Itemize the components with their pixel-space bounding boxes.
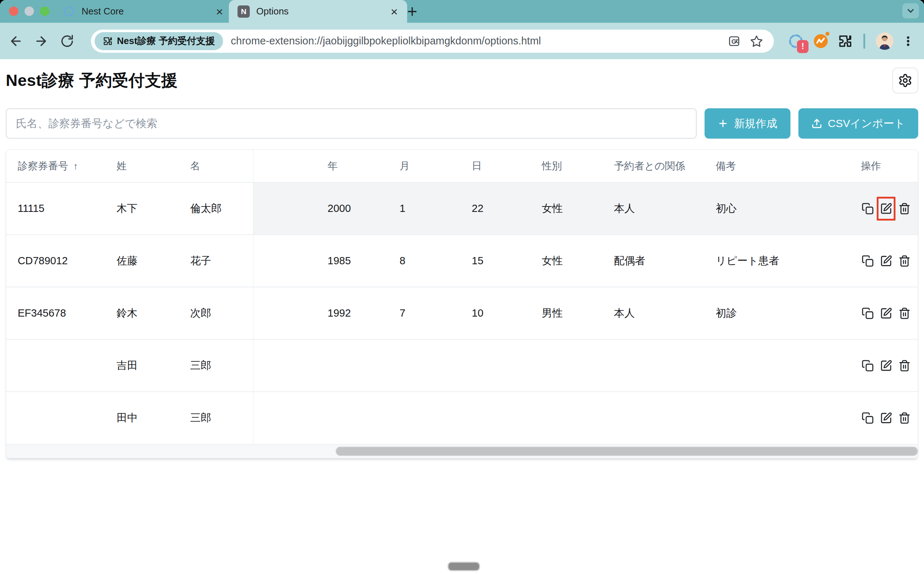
copy-row-button[interactable] — [861, 411, 875, 425]
trash-icon — [898, 307, 911, 320]
cell-note: 初心 — [704, 182, 849, 235]
extension-chip-label: Nest診療 予約受付支援 — [117, 35, 215, 47]
address-bar[interactable]: Nest診療 予約受付支援 chrome-extension://jaobijg… — [91, 30, 774, 53]
edit-row-button[interactable] — [879, 202, 893, 216]
tab-options[interactable]: N Options × — [229, 0, 407, 23]
delete-row-button[interactable] — [898, 358, 911, 373]
create-new-label: 新規作成 — [734, 116, 778, 131]
forward-button[interactable] — [33, 33, 49, 49]
browser-window: Nest Core × N Options × — [0, 0, 924, 574]
edit-pencil-icon — [880, 202, 892, 215]
window-zoom-button[interactable] — [40, 6, 49, 16]
orange-wave-extension-icon[interactable] — [813, 33, 829, 49]
cell-relation: 本人 — [603, 182, 704, 235]
delete-row-button[interactable] — [898, 202, 911, 216]
cell-patient-id: CD789012 — [6, 235, 105, 287]
nest-extension-icon[interactable]: ! — [787, 33, 804, 49]
sort-ascending-icon: ↑ — [73, 161, 78, 172]
extension-error-badge: ! — [797, 40, 809, 53]
csv-import-label: CSVインポート — [828, 116, 905, 131]
edit-row-button[interactable] — [879, 306, 893, 320]
cell-year — [253, 392, 388, 444]
tab-title: Options — [256, 6, 390, 17]
header-patient-id[interactable]: 診察券番号↑ — [6, 150, 105, 182]
copy-row-button[interactable] — [861, 202, 875, 216]
search-input[interactable] — [6, 108, 697, 139]
header-gender: 性別 — [530, 150, 603, 182]
plus-icon — [718, 118, 728, 129]
page-scroll-indicator[interactable] — [447, 562, 480, 571]
settings-button[interactable] — [892, 68, 918, 93]
tab-strip: Nest Core × N Options × — [0, 0, 924, 23]
cell-first-name: 三郎 — [179, 339, 253, 392]
cell-gender — [530, 392, 603, 444]
cell-month: 7 — [388, 287, 460, 339]
tab-close-icon[interactable]: × — [216, 5, 223, 18]
profile-avatar[interactable] — [876, 33, 893, 50]
copy-row-button[interactable] — [861, 358, 875, 373]
extensions-puzzle-icon[interactable] — [837, 33, 853, 49]
tab-search-button[interactable] — [902, 3, 919, 18]
edit-pencil-icon — [880, 412, 892, 424]
bookmark-star-icon[interactable] — [750, 35, 763, 48]
tab-close-icon[interactable]: × — [390, 5, 398, 18]
new-tab-button[interactable] — [405, 4, 419, 19]
edit-row-button[interactable] — [879, 358, 893, 373]
back-arrow-icon — [9, 34, 23, 48]
cell-patient-id: 11115 — [6, 182, 105, 235]
edit-row-button[interactable] — [879, 254, 893, 268]
tab-nest-core[interactable]: Nest Core × — [54, 0, 233, 23]
create-new-button[interactable]: 新規作成 — [705, 108, 790, 139]
window-close-button[interactable] — [9, 6, 19, 16]
cell-last-name: 田中 — [105, 392, 179, 444]
cell-note — [704, 339, 849, 392]
header-month: 月 — [388, 150, 460, 182]
copy-icon — [861, 255, 874, 267]
cell-relation — [603, 339, 704, 392]
reload-button[interactable] — [59, 33, 75, 49]
copy-row-button[interactable] — [861, 254, 875, 268]
delete-row-button[interactable] — [898, 254, 911, 268]
forward-arrow-icon — [34, 34, 48, 48]
back-button[interactable] — [8, 33, 24, 49]
cell-patient-id — [6, 339, 105, 392]
header-actions: 操作 — [849, 150, 918, 182]
delete-row-button[interactable] — [898, 306, 911, 320]
window-minimize-button[interactable] — [25, 6, 34, 16]
browser-menu-kebab-icon[interactable] — [902, 35, 914, 47]
cell-note: 初診 — [704, 287, 849, 339]
cell-gender: 女性 — [530, 235, 603, 287]
cell-year: 2000 — [253, 182, 388, 235]
notification-dot — [825, 32, 830, 36]
extension-puzzle-icon — [102, 36, 113, 46]
copy-row-button[interactable] — [861, 306, 875, 320]
cell-last-name: 鈴木 — [105, 287, 179, 339]
table-row: EF345678 鈴木 次郎 1992 7 10 男性 本人 初診 — [6, 287, 918, 339]
table-header-row: 診察券番号↑ 姓 名 年 月 日 性別 予約者との関係 備考 操作 — [6, 150, 918, 182]
translate-icon[interactable]: G — [728, 35, 741, 48]
url-text: chrome-extension://jaobijggilbpokepliolk… — [231, 35, 728, 47]
cell-relation — [603, 392, 704, 444]
cell-first-name: 三郎 — [179, 392, 253, 444]
edit-row-button[interactable] — [879, 411, 893, 425]
scrollbar-thumb[interactable] — [336, 446, 918, 456]
header-relation: 予約者との関係 — [603, 150, 704, 182]
table-horizontal-scrollbar — [6, 444, 918, 458]
copy-icon — [861, 360, 874, 372]
cell-patient-id: EF345678 — [6, 287, 105, 339]
page-title: Nest診療 予約受付支援 — [6, 70, 178, 91]
extension-name-chip[interactable]: Nest診療 予約受付支援 — [94, 32, 223, 50]
cell-gender: 男性 — [530, 287, 603, 339]
nest-spiral-icon — [63, 5, 75, 18]
cell-last-name: 木下 — [105, 182, 179, 235]
cell-year: 1985 — [253, 235, 388, 287]
cell-day: 15 — [460, 235, 530, 287]
delete-row-button[interactable] — [898, 411, 911, 425]
svg-text:G: G — [732, 38, 736, 44]
csv-import-button[interactable]: CSVインポート — [798, 108, 919, 139]
options-page: Nest診療 予約受付支援 新規作成 CSVインポート — [0, 59, 924, 574]
cell-last-name: 佐藤 — [105, 235, 179, 287]
table-row: 吉田 三郎 — [6, 339, 918, 392]
upload-icon — [811, 118, 822, 129]
chevron-down-icon — [905, 6, 916, 16]
